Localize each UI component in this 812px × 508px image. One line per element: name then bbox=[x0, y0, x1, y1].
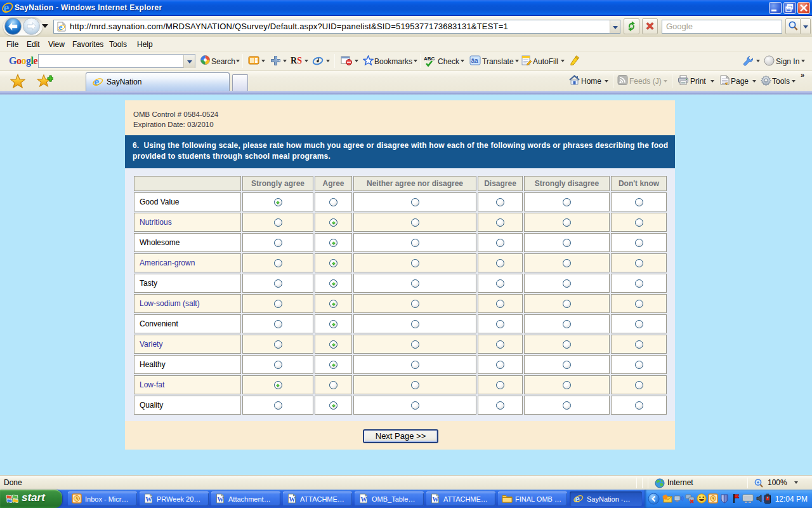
svg-text:W: W bbox=[218, 496, 224, 503]
svg-text:e: e bbox=[59, 22, 63, 32]
svg-text:W: W bbox=[289, 496, 296, 503]
svg-text:W: W bbox=[433, 496, 439, 503]
svg-text:âa: âa bbox=[471, 57, 479, 64]
svg-text:W: W bbox=[146, 496, 152, 503]
svg-text:W: W bbox=[361, 496, 367, 503]
svg-text:ABC: ABC bbox=[424, 56, 435, 62]
